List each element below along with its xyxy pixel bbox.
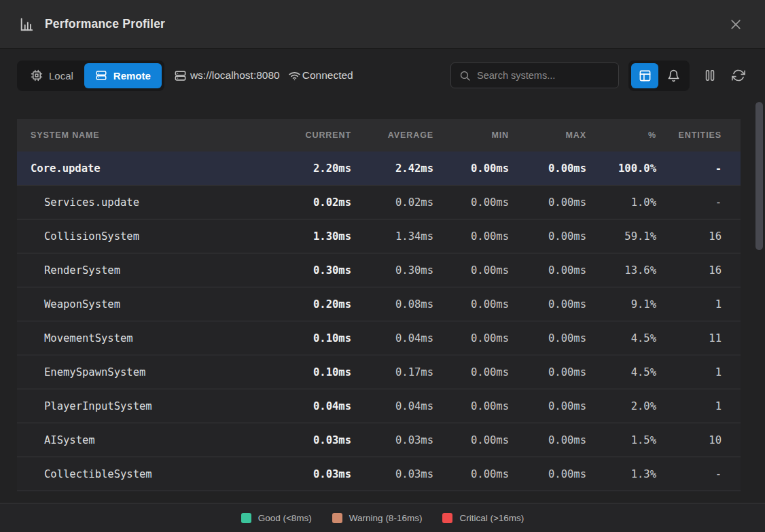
table-row[interactable]: Services.update0.02ms0.02ms0.00ms0.00ms1…	[17, 185, 741, 219]
min-cell: 0.00ms	[433, 434, 509, 446]
column-header-min: MIN	[433, 130, 509, 140]
column-header-current: CURRENT	[277, 130, 351, 140]
table-row[interactable]: CollisionSystem1.30ms1.34ms0.00ms0.00ms5…	[17, 219, 741, 253]
average-cell: 0.04ms	[351, 332, 433, 344]
current-cell: 0.20ms	[277, 298, 351, 311]
table-view-button[interactable]	[631, 63, 658, 88]
current-cell: 0.03ms	[277, 434, 351, 446]
table-row[interactable]: RenderSystem0.30ms0.30ms0.00ms0.00ms13.6…	[17, 253, 741, 287]
min-cell: 0.00ms	[433, 332, 509, 344]
average-cell: 0.30ms	[351, 264, 433, 277]
remote-button[interactable]: Remote	[84, 63, 162, 88]
current-cell: 0.02ms	[277, 196, 351, 209]
average-cell: 0.08ms	[351, 298, 433, 311]
table-row[interactable]: AISystem0.03ms0.03ms0.00ms0.00ms1.5%10	[17, 423, 741, 457]
min-cell: 0.00ms	[433, 400, 509, 412]
connection-status: Connected	[288, 69, 353, 82]
search-input[interactable]	[477, 70, 610, 81]
content-area: SYSTEM NAME CURRENT AVERAGE MIN MAX % EN…	[0, 102, 765, 503]
max-cell: 0.00ms	[509, 298, 586, 311]
percent-cell: 1.0%	[586, 196, 656, 209]
system-name-cell: CollectibleSystem	[17, 468, 277, 480]
systems-table: SYSTEM NAME CURRENT AVERAGE MIN MAX % EN…	[17, 119, 741, 491]
min-cell: 0.00ms	[433, 196, 509, 209]
percent-cell: 13.6%	[586, 264, 656, 277]
profiler-window: Performance Profiler	[0, 0, 765, 532]
pause-button[interactable]	[700, 66, 719, 85]
table-row[interactable]: CollectibleSystem0.03ms0.03ms0.00ms0.00m…	[17, 457, 741, 491]
wifi-icon	[288, 69, 302, 82]
average-cell: 0.02ms	[351, 196, 433, 209]
entities-cell: 10	[656, 434, 741, 446]
legend-label: Good (<8ms)	[258, 513, 312, 523]
current-cell: 0.30ms	[277, 264, 351, 277]
entities-cell: 11	[656, 332, 741, 344]
min-cell: 0.00ms	[433, 298, 509, 311]
percent-cell: 4.5%	[586, 332, 656, 344]
percent-cell: 2.0%	[586, 400, 656, 412]
scrollbar-thumb[interactable]	[755, 102, 763, 250]
entities-cell: -	[656, 468, 741, 480]
pause-icon	[703, 69, 717, 82]
average-cell: 1.34ms	[351, 230, 433, 243]
entities-cell: 16	[656, 230, 741, 243]
table-row[interactable]: MovementSystem0.10ms0.04ms0.00ms0.00ms4.…	[17, 321, 741, 355]
search-icon	[459, 70, 471, 82]
max-cell: 0.00ms	[509, 264, 586, 277]
table-row[interactable]: EnemySpawnSystem0.10ms0.17ms0.00ms0.00ms…	[17, 355, 741, 389]
local-button[interactable]: Local	[20, 63, 84, 88]
table-row[interactable]: WeaponSystem0.20ms0.08ms0.00ms0.00ms9.1%…	[17, 287, 741, 321]
min-cell: 0.00ms	[433, 264, 509, 277]
system-name-cell: MovementSystem	[17, 332, 277, 344]
system-name-cell: PlayerInputSystem	[17, 400, 277, 412]
refresh-button[interactable]	[729, 66, 748, 85]
average-cell: 0.03ms	[351, 434, 433, 446]
table-header: SYSTEM NAME CURRENT AVERAGE MIN MAX % EN…	[17, 119, 741, 152]
max-cell: 0.00ms	[509, 468, 586, 480]
current-cell: 2.20ms	[277, 162, 351, 175]
system-name-cell: Services.update	[17, 196, 277, 209]
system-name-cell: Core.update	[17, 162, 277, 175]
view-toggle-group	[628, 60, 690, 91]
layout-table-icon	[639, 69, 652, 82]
close-button[interactable]	[726, 14, 746, 35]
page-title: Performance Profiler	[45, 17, 165, 31]
table-row[interactable]: PlayerInputSystem0.04ms0.04ms0.00ms0.00m…	[17, 389, 741, 423]
ws-url: ws://localhost:8080	[174, 69, 280, 82]
column-header-max: MAX	[509, 130, 586, 140]
average-cell: 0.03ms	[351, 468, 433, 480]
percent-cell: 1.3%	[586, 468, 656, 480]
legend-swatch	[241, 513, 251, 523]
notifications-button[interactable]	[660, 63, 687, 88]
close-icon	[729, 18, 743, 31]
column-header-entities: ENTITIES	[656, 130, 741, 140]
table-row[interactable]: Core.update2.20ms2.42ms0.00ms0.00ms100.0…	[17, 152, 741, 185]
entities-cell: 1	[656, 298, 741, 311]
systems-table-body: Core.update2.20ms2.42ms0.00ms0.00ms100.0…	[17, 152, 741, 491]
toolbar: Local Remote	[0, 49, 765, 102]
legend-item: Good (<8ms)	[241, 513, 312, 523]
legend-swatch	[332, 513, 342, 523]
percent-cell: 59.1%	[586, 230, 656, 243]
percent-cell: 1.5%	[586, 434, 656, 446]
current-cell: 0.03ms	[277, 468, 351, 480]
max-cell: 0.00ms	[509, 332, 586, 344]
mode-toggle: Local Remote	[17, 60, 164, 91]
legend-swatch	[442, 513, 452, 523]
bar-chart-icon	[19, 17, 34, 32]
legend-item: Warning (8-16ms)	[332, 513, 423, 523]
current-cell: 0.10ms	[277, 366, 351, 378]
percent-cell: 4.5%	[586, 366, 656, 378]
min-cell: 0.00ms	[433, 230, 509, 243]
percent-cell: 100.0%	[586, 162, 656, 175]
legend-label: Critical (>16ms)	[459, 513, 524, 523]
percent-cell: 9.1%	[586, 298, 656, 311]
titlebar: Performance Profiler	[0, 0, 765, 49]
min-cell: 0.00ms	[433, 162, 509, 175]
average-cell: 0.17ms	[351, 366, 433, 378]
current-cell: 1.30ms	[277, 230, 351, 243]
legend-label: Warning (8-16ms)	[349, 513, 423, 523]
entities-cell: 1	[656, 400, 741, 412]
max-cell: 0.00ms	[509, 230, 586, 243]
average-cell: 0.04ms	[351, 400, 433, 412]
